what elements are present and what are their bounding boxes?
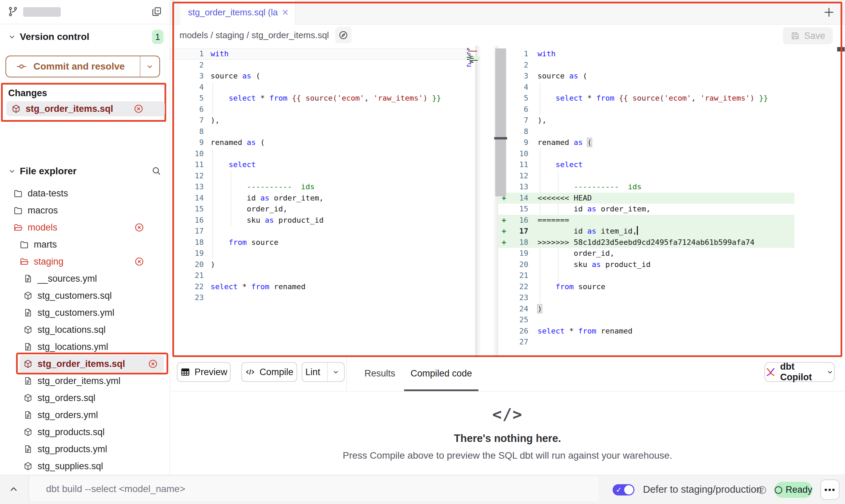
main-area: stg_order_items.sql (last c... models / … xyxy=(170,0,845,475)
right-scrollbar-thumb[interactable] xyxy=(495,48,506,196)
file-row-stg-orders-yml[interactable]: stg_orders.yml xyxy=(0,406,170,424)
file-row-stg-products-yml[interactable]: stg_products.yml xyxy=(0,441,170,458)
command-input[interactable]: dbt build --select <model_name> xyxy=(30,477,599,501)
file-row-stg-order-items-sql[interactable]: stg_order_items.sql xyxy=(19,355,164,372)
tab-compiled-code[interactable]: Compiled code xyxy=(405,357,477,390)
copy-icon[interactable] xyxy=(151,6,162,17)
editor-pane-original[interactable]: 1with23source as (45 select * from {{ so… xyxy=(170,46,475,357)
file-explorer-section-header[interactable]: File explorer xyxy=(0,163,170,179)
model-cube-icon xyxy=(23,359,33,369)
file-row-stg-locations-yml[interactable]: stg_locations.yml xyxy=(0,338,170,355)
file-row-data-tests[interactable]: data-tests xyxy=(0,185,170,202)
tab-results[interactable]: Results xyxy=(361,357,399,390)
folder-icon xyxy=(13,206,23,215)
model-cube-icon xyxy=(23,325,33,335)
doc-icon xyxy=(23,444,33,454)
dbt-copilot-button[interactable]: dbt Copilot xyxy=(764,362,835,382)
file-row-stg-products-sql[interactable]: stg_products.sql xyxy=(0,424,170,441)
discard-change-icon[interactable] xyxy=(133,104,144,114)
folder-open-icon xyxy=(13,223,23,232)
line-number: 7 xyxy=(170,115,204,126)
sidebar: Version control 1 Commit and resolve Cha… xyxy=(0,0,170,475)
code-line-16: 16 sku as product_id xyxy=(170,215,475,226)
file-row-staging[interactable]: staging xyxy=(0,253,170,270)
model-cube-icon xyxy=(23,291,33,300)
help-icon[interactable] xyxy=(757,485,767,495)
file-row-macros[interactable]: macros xyxy=(0,202,170,219)
breadcrumb-row: models / staging / stg_order_items.sql S… xyxy=(170,25,845,46)
line-number: 15 xyxy=(498,204,528,215)
line-number: 22 xyxy=(498,281,528,293)
commit-dropdown-button[interactable] xyxy=(140,56,159,77)
preview-label: Preview xyxy=(195,367,227,377)
preview-button[interactable]: Preview xyxy=(177,362,231,382)
discard-change-icon[interactable] xyxy=(148,359,158,369)
compile-button[interactable]: Compile xyxy=(241,362,297,382)
commit-button-label: Commit and resolve xyxy=(33,61,125,72)
ready-status-badge[interactable]: Ready xyxy=(774,482,813,498)
defer-toggle[interactable]: ✓ xyxy=(613,484,634,495)
minimap[interactable] xyxy=(467,47,486,67)
file-row-stg-customers-sql[interactable]: stg_customers.sql xyxy=(0,287,170,304)
close-icon[interactable] xyxy=(281,8,290,17)
file-row-models[interactable]: models xyxy=(0,219,170,236)
defer-label: Defer to staging/production xyxy=(643,484,762,495)
line-number: 21 xyxy=(170,270,204,281)
file-row-stg-supplies-sql[interactable]: stg_supplies.sql xyxy=(0,458,170,475)
code-line-5: 5 select * from {{ source('ecom', 'raw_i… xyxy=(170,93,475,104)
line-number: 4 xyxy=(170,82,204,93)
file-row-stg-orders-sql[interactable]: stg_orders.sql xyxy=(0,389,170,406)
line-number: 11 xyxy=(170,159,204,171)
doc-icon xyxy=(23,274,33,283)
file-row-marts[interactable]: marts xyxy=(0,236,170,253)
code-line-15: 15 id as order_item, xyxy=(498,204,845,215)
compass-icon xyxy=(338,30,348,40)
lint-dropdown-button[interactable] xyxy=(327,363,344,381)
chevron-down-icon xyxy=(145,62,154,71)
lineage-button[interactable] xyxy=(335,27,352,43)
code-line-12: 12 xyxy=(170,171,475,182)
new-tab-icon[interactable] xyxy=(822,6,835,19)
text-cursor xyxy=(637,226,638,235)
chevron-down-icon xyxy=(826,368,834,376)
lint-button[interactable]: Lint xyxy=(302,362,345,382)
toolbar-divider xyxy=(346,357,347,391)
code-line-18: +18>>>>>>> 58c1dd23d5eebd9cd2495fa7124ab… xyxy=(498,237,845,248)
toggle-knob xyxy=(624,485,633,494)
breadcrumb: models / staging / stg_order_items.sql xyxy=(180,30,329,41)
code-line-18: 18 from source xyxy=(170,237,475,248)
tab-stg-order-items[interactable]: stg_order_items.sql (last c... xyxy=(180,0,296,25)
version-control-section-header[interactable]: Version control 1 xyxy=(0,29,170,45)
commit-and-resolve-button[interactable]: Commit and resolve xyxy=(5,56,160,77)
code-line-10: 10 xyxy=(498,148,845,160)
code-line-8: 8 xyxy=(170,126,475,137)
line-number: 20 xyxy=(170,259,204,270)
save-button[interactable]: Save xyxy=(783,27,833,44)
file-label: stg_customers.yml xyxy=(38,308,114,318)
changed-file-label: stg_order_items.sql xyxy=(26,104,113,114)
code-line-13: 13 ---------- ids xyxy=(170,181,475,193)
more-options-button[interactable]: ••• xyxy=(820,479,840,500)
code-line-21: 21 xyxy=(498,270,845,281)
line-number: 6 xyxy=(170,104,204,115)
changed-file-row[interactable]: stg_order_items.sql xyxy=(6,101,165,116)
code-line-12: 12 xyxy=(498,171,845,182)
file-row-stg-customers-yml[interactable]: stg_customers.yml xyxy=(0,304,170,321)
command-placeholder: dbt build --select <model_name> xyxy=(46,484,185,494)
discard-change-icon[interactable] xyxy=(134,256,144,267)
search-icon[interactable] xyxy=(151,166,161,176)
editor-pane-modified[interactable]: 1with23source as (45 select * from {{ so… xyxy=(498,46,845,357)
file-label: stg_products.sql xyxy=(38,427,105,438)
file-row-stg-locations-sql[interactable]: stg_locations.sql xyxy=(0,321,170,338)
discard-change-icon[interactable] xyxy=(134,222,144,233)
file-row-stg-order-items-yml[interactable]: stg_order_items.yml xyxy=(0,372,170,389)
code-line-23: 23 xyxy=(498,292,845,303)
changes-title: Changes xyxy=(8,88,164,99)
code-line-23: 23 xyxy=(170,292,475,303)
file-label: data-tests xyxy=(28,188,68,199)
status-circle-icon xyxy=(775,486,782,494)
chevron-down-icon xyxy=(332,368,340,376)
chevron-up-icon[interactable] xyxy=(8,483,20,495)
file-row--sources-yml[interactable]: __sources.yml xyxy=(0,270,170,287)
code-line-22: 22 from source xyxy=(498,281,845,293)
